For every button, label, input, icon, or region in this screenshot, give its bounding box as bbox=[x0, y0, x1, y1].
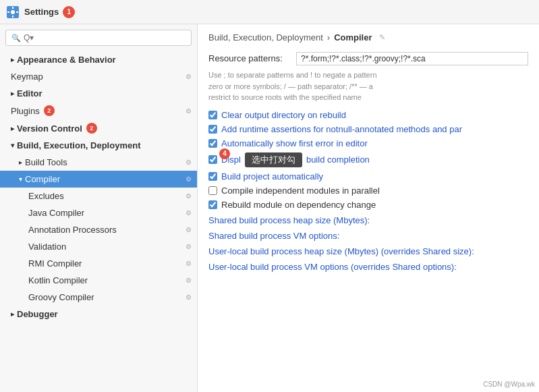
search-icon: 🔍 bbox=[11, 34, 21, 43]
settings-app-icon bbox=[7, 6, 19, 18]
expand-arrow: ▸ bbox=[11, 125, 14, 132]
sidebar-item-label: Appearance & Behavior bbox=[17, 55, 116, 65]
heap-size-label: Shared build process heap size (Mbytes): bbox=[208, 215, 528, 225]
hint-text: Use ; to separate patterns and ! to nega… bbox=[208, 69, 528, 103]
sidebar-item-validation[interactable]: Validation ⚙ bbox=[0, 238, 197, 255]
checkbox-compile-parallel-input[interactable] bbox=[208, 186, 217, 195]
checkbox-clear-output-label[interactable]: Clear output directory on rebuild bbox=[221, 110, 346, 120]
sidebar-item-label: Kotlin Compiler bbox=[28, 275, 88, 285]
sidebar: 🔍 ▸ Appearance & Behavior Keymap ⚙ ▸ Edi… bbox=[0, 24, 198, 392]
title-badge: 1 bbox=[63, 6, 75, 18]
checkbox-add-runtime-input[interactable] bbox=[208, 125, 217, 134]
sidebar-item-label: Groovy Compiler bbox=[28, 292, 94, 302]
svg-rect-2 bbox=[12, 7, 13, 9]
local-vm-options-label: User-local build process VM options (ove… bbox=[208, 262, 528, 272]
checkbox-display-notification: Displ 选中打对勾 build completion 4 bbox=[208, 152, 528, 167]
sidebar-item-label: Compiler bbox=[25, 174, 60, 184]
checkbox-auto-show-error-input[interactable] bbox=[208, 139, 217, 148]
title-bar: Settings 1 bbox=[0, 0, 539, 24]
expand-arrow: ▸ bbox=[11, 56, 14, 63]
expand-arrow: ▸ bbox=[11, 310, 14, 318]
edit-icon: ✎ bbox=[379, 33, 385, 42]
checkbox-compile-parallel-label[interactable]: Compile independent modules in parallel bbox=[221, 186, 380, 196]
sidebar-item-label: Java Compiler bbox=[28, 208, 84, 218]
checkbox-auto-show-error-label[interactable]: Automatically show first error in editor bbox=[221, 138, 368, 148]
config-icon: ⚙ bbox=[186, 192, 192, 200]
sidebar-item-rmi-compiler[interactable]: RMI Compiler ⚙ bbox=[0, 255, 197, 272]
checkbox-rebuild-module: Rebuild module on dependency change bbox=[208, 200, 528, 210]
sidebar-item-label: Build Tools bbox=[25, 157, 67, 167]
sidebar-item-label: Annotation Processors bbox=[28, 225, 117, 235]
checkbox-build-auto-label[interactable]: Build project automatically bbox=[221, 171, 323, 181]
checkbox-display-notification-input[interactable] bbox=[208, 155, 217, 164]
checkbox-clear-output-input[interactable] bbox=[208, 111, 217, 119]
checkbox-add-runtime-label[interactable]: Add runtime assertions for notnull-annot… bbox=[221, 124, 462, 134]
sidebar-item-build-execution[interactable]: ▾ Build, Execution, Deployment bbox=[0, 137, 197, 154]
breadcrumb-current: Compiler bbox=[334, 32, 372, 43]
resource-patterns-row: Resource patterns: ?*.form;!?*.class;!?*… bbox=[208, 52, 528, 65]
config-icon: ⚙ bbox=[186, 226, 192, 233]
sidebar-item-label: Editor bbox=[17, 88, 42, 99]
sidebar-item-label: Excludes bbox=[28, 191, 64, 201]
expand-arrow: ▸ bbox=[11, 90, 14, 97]
checkbox-compile-parallel: Compile independent modules in parallel bbox=[208, 186, 528, 196]
sidebar-item-java-compiler[interactable]: Java Compiler ⚙ bbox=[0, 204, 197, 221]
config-icon: ⚙ bbox=[186, 243, 192, 250]
expand-arrow: ▾ bbox=[11, 142, 14, 149]
breadcrumb-separator: › bbox=[327, 32, 330, 43]
config-icon: ⚙ bbox=[186, 73, 192, 80]
sidebar-item-appearance[interactable]: ▸ Appearance & Behavior bbox=[0, 51, 197, 68]
sidebar-item-kotlin-compiler[interactable]: Kotlin Compiler ⚙ bbox=[0, 272, 197, 289]
sidebar-item-version-control[interactable]: ▸ Version Control 2 bbox=[0, 119, 197, 137]
svg-point-1 bbox=[11, 10, 15, 14]
display-notification-label-end: build completion bbox=[306, 155, 370, 165]
config-icon: ⚙ bbox=[186, 159, 192, 166]
sidebar-item-debugger[interactable]: ▸ Debugger bbox=[0, 306, 197, 323]
checkbox-auto-show-error: Automatically show first error in editor bbox=[208, 138, 528, 148]
sidebar-item-label: Plugins bbox=[11, 106, 40, 116]
sidebar-item-keymap[interactable]: Keymap ⚙ bbox=[0, 68, 197, 85]
sidebar-item-label: Validation bbox=[28, 242, 66, 252]
sidebar-item-build-tools[interactable]: ▸ Build Tools ⚙ bbox=[0, 154, 197, 171]
sidebar-item-plugins[interactable]: Plugins 2 ⚙ bbox=[0, 102, 197, 119]
main-container: 🔍 ▸ Appearance & Behavior Keymap ⚙ ▸ Edi… bbox=[0, 24, 539, 392]
checkbox-add-runtime: Add runtime assertions for notnull-annot… bbox=[208, 124, 528, 134]
config-icon: ⚙ bbox=[186, 260, 192, 267]
sidebar-item-groovy-compiler[interactable]: Groovy Compiler ⚙ bbox=[0, 289, 197, 306]
sidebar-item-compiler[interactable]: ▾ Compiler ⚙ bbox=[0, 171, 197, 188]
sidebar-item-label: Keymap bbox=[11, 72, 43, 82]
sidebar-item-label: RMI Compiler bbox=[28, 258, 82, 269]
vc-badge: 2 bbox=[86, 123, 97, 134]
sidebar-item-excludes[interactable]: Excludes ⚙ bbox=[0, 188, 197, 204]
breadcrumb-parent: Build, Execution, Deployment bbox=[208, 32, 323, 43]
checkbox-build-auto-input[interactable] bbox=[208, 172, 217, 181]
breadcrumb: Build, Execution, Deployment › Compiler … bbox=[208, 32, 528, 43]
checkbox-rebuild-module-label[interactable]: Rebuild module on dependency change bbox=[221, 200, 376, 210]
vm-options-label: Shared build process VM options: bbox=[208, 231, 528, 241]
badge-4: 4 bbox=[219, 148, 230, 159]
search-input[interactable] bbox=[24, 33, 186, 43]
sidebar-item-label: Debugger bbox=[17, 309, 58, 319]
plugins-badge: 2 bbox=[44, 105, 55, 116]
config-icon: ⚙ bbox=[186, 277, 192, 284]
svg-rect-5 bbox=[16, 11, 18, 13]
app-title: Settings bbox=[24, 7, 59, 17]
search-box[interactable]: 🔍 bbox=[5, 30, 192, 46]
config-icon: ⚙ bbox=[186, 107, 192, 115]
svg-rect-4 bbox=[7, 11, 9, 13]
checkbox-rebuild-module-input[interactable] bbox=[208, 200, 217, 209]
checkbox-clear-output: Clear output directory on rebuild bbox=[208, 110, 528, 120]
sidebar-item-label: Build, Execution, Deployment bbox=[17, 140, 140, 150]
expand-arrow: ▾ bbox=[19, 175, 22, 183]
content-area: Build, Execution, Deployment › Compiler … bbox=[198, 24, 539, 392]
tooltip-overlay: 选中打对勾 bbox=[245, 152, 302, 167]
config-icon: ⚙ bbox=[186, 175, 192, 183]
local-heap-size-label: User-local build process heap size (Mbyt… bbox=[208, 246, 528, 256]
watermark: CSDN @Wpa.wk bbox=[483, 381, 535, 388]
resource-patterns-value[interactable]: ?*.form;!?*.class;!?*.groovy;!?*.sca bbox=[296, 52, 528, 65]
resource-patterns-label: Resource patterns: bbox=[208, 52, 296, 63]
expand-arrow: ▸ bbox=[19, 159, 22, 166]
sidebar-item-annotation-processors[interactable]: Annotation Processors ⚙ bbox=[0, 221, 197, 238]
config-icon: ⚙ bbox=[186, 209, 192, 217]
sidebar-item-editor[interactable]: ▸ Editor bbox=[0, 85, 197, 102]
